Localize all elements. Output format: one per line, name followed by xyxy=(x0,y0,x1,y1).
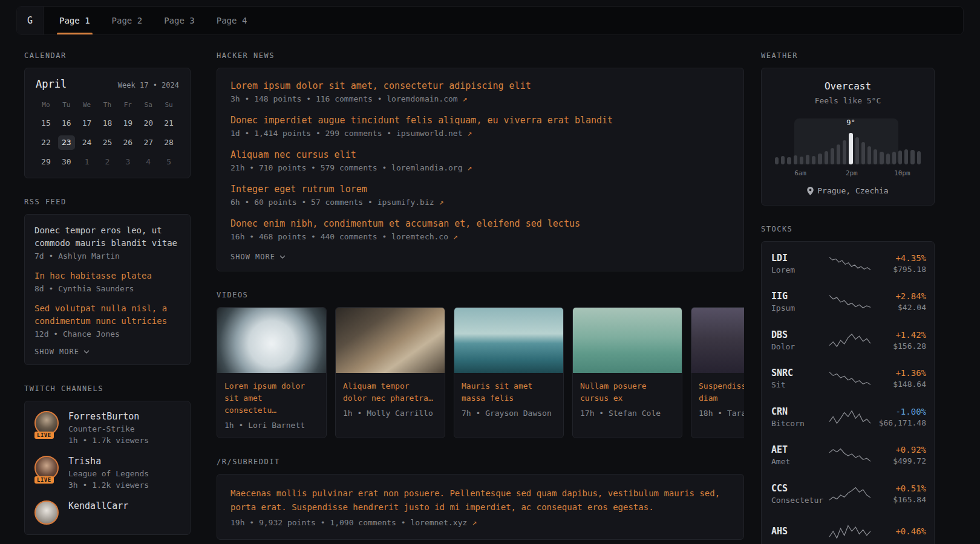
videos-row: Lorem ipsum dolor sit amet consectetu… 1… xyxy=(217,307,744,438)
hour-bar xyxy=(843,140,846,164)
stock-symbol: IIG xyxy=(771,291,829,302)
hour-bar xyxy=(855,137,859,164)
calendar-day: 26 xyxy=(119,135,136,150)
hour-bar xyxy=(886,154,890,164)
stock-change: +1.36% xyxy=(871,368,926,378)
calendar-day-header: Sa xyxy=(145,101,152,109)
stock-change: +2.84% xyxy=(871,291,926,301)
video-title[interactable]: Mauris sit amet massa felis xyxy=(454,373,563,404)
channel-name[interactable]: KendallCarr xyxy=(68,500,128,511)
calendar-month: April xyxy=(36,78,67,90)
hn-story: Integer eget rutrum lorem 6h • 60 points… xyxy=(230,184,730,207)
stock-price: $156.28 xyxy=(871,342,926,351)
hn-story-link[interactable]: Donec enim nibh, condimentum et accumsan… xyxy=(230,218,730,229)
channel-name[interactable]: Trisha xyxy=(68,456,149,467)
location-pin-icon xyxy=(807,187,814,195)
hour-bar xyxy=(892,152,896,164)
external-link-icon[interactable]: ↗ xyxy=(439,198,443,207)
hn-show-more-button[interactable]: SHOW MORE xyxy=(230,253,730,261)
rss-item[interactable]: In hac habitasse platea 8d • Cynthia Sau… xyxy=(34,270,180,293)
stock-symbol: AET xyxy=(771,444,829,455)
calendar-day: 18 xyxy=(99,116,116,131)
page-tab[interactable]: Page 2 xyxy=(112,7,143,34)
videos-widget: VIDEOS Lorem ipsum dolor sit amet consec… xyxy=(217,291,744,438)
page-tab-label: Page 4 xyxy=(217,16,247,25)
calendar-day-headers: MoTuWeThFrSaSu xyxy=(36,101,179,109)
video-card[interactable]: Aliquam tempor dolor nec pharetra… 1h • … xyxy=(335,307,445,438)
external-link-icon[interactable]: ↗ xyxy=(467,163,472,172)
hour-label: 6am xyxy=(794,169,806,177)
rss-show-more-button[interactable]: SHOW MORE xyxy=(34,348,180,356)
stocks-card: LDI Lorem +4.35% $795.18 IIG Ipsum xyxy=(761,241,935,544)
stock-sparkline xyxy=(829,524,871,540)
twitch-channel[interactable]: LIVE KendallCarr xyxy=(34,500,180,525)
video-title[interactable]: Nullam posuere cursus ex xyxy=(573,373,682,404)
video-meta: 7h • Grayson Dawson xyxy=(454,404,563,426)
channel-viewers: 1h • 1.7k viewers xyxy=(68,436,149,445)
hn-story-link[interactable]: Aliquam nec cursus elit xyxy=(230,149,730,160)
video-card[interactable]: Suspendisse porta diam 18h • Tara xyxy=(691,307,744,438)
twitch-channel[interactable]: LIVE ForrestBurton Counter-Strike 1h • 1… xyxy=(34,411,180,445)
live-badge: LIVE xyxy=(34,432,54,439)
weather-hourly-chart: 9° xyxy=(771,118,924,164)
video-title[interactable]: Aliquam tempor dolor nec pharetra… xyxy=(336,373,445,404)
calendar-day: 5 xyxy=(160,155,177,169)
rss-item-title[interactable]: Sed volutpat nulla nisl, a condimentum n… xyxy=(34,302,180,328)
hn-story-link[interactable]: Lorem ipsum dolor sit amet, consectetur … xyxy=(230,80,730,91)
stock-symbol: CCS xyxy=(771,483,829,494)
channel-name[interactable]: ForrestBurton xyxy=(68,411,149,422)
hackernews-widget-title: HACKER NEWS xyxy=(217,51,744,60)
stock-sparkline xyxy=(829,409,871,425)
calendar-day-header: Tu xyxy=(62,101,70,109)
hour-bar xyxy=(794,155,797,164)
stock-row[interactable]: CCS Consectetur +0.51% $165.84 xyxy=(771,474,924,513)
stock-row[interactable]: AHS +0.46% xyxy=(771,513,924,544)
rss-item-title[interactable]: Donec tempor eros leo, ut commodo mauris… xyxy=(34,224,180,250)
video-card[interactable]: Mauris sit amet massa felis 7h • Grayson… xyxy=(454,307,564,438)
stock-row[interactable]: DBS Dolor +1.42% $156.28 xyxy=(771,321,924,360)
current-temp-label: 9° xyxy=(846,118,855,127)
stock-symbol: CRN xyxy=(771,406,829,417)
rss-widget-title: RSS FEED xyxy=(24,198,191,206)
external-link-icon[interactable]: ↗ xyxy=(467,129,472,138)
calendar-day: 17 xyxy=(79,116,96,131)
rss-item[interactable]: Donec tempor eros leo, ut commodo mauris… xyxy=(34,224,180,261)
dashboard: CALENDAR April Week 17 • 2024 MoTuWeThFr… xyxy=(24,51,980,544)
page-tab[interactable]: Page 4 xyxy=(217,7,247,34)
stock-row[interactable]: LDI Lorem +4.35% $795.18 xyxy=(771,244,924,283)
calendar-days: 1516171819202122232425262728293012345 xyxy=(36,116,179,169)
rss-item[interactable]: Sed volutpat nulla nisl, a condimentum n… xyxy=(34,302,180,338)
stock-row[interactable]: SNRC Sit +1.36% $148.64 xyxy=(771,360,924,398)
left-column: CALENDAR April Week 17 • 2024 MoTuWeThFr… xyxy=(24,51,191,544)
app-logo[interactable]: G xyxy=(17,7,44,34)
video-card[interactable]: Nullam posuere cursus ex 17h • Stefan Co… xyxy=(572,307,682,438)
hn-story-link[interactable]: Donec imperdiet augue tincidunt felis al… xyxy=(230,115,730,126)
subreddit-post: Maecenas mollis pulvinar erat non posuer… xyxy=(230,487,730,527)
calendar-day-header: We xyxy=(83,101,91,109)
subreddit-post-title[interactable]: Maecenas mollis pulvinar erat non posuer… xyxy=(230,487,730,514)
stock-row[interactable]: AET Amet +0.92% $499.72 xyxy=(771,436,924,475)
hn-story: Aliquam nec cursus elit 21h • 710 points… xyxy=(230,149,730,172)
calendar-day: 2 xyxy=(99,155,116,169)
page-tab[interactable]: Page 3 xyxy=(164,7,195,34)
stock-row[interactable]: IIG Ipsum +2.84% $42.04 xyxy=(771,283,924,322)
video-title[interactable]: Suspendisse porta diam xyxy=(691,373,744,404)
stock-symbol: AHS xyxy=(771,526,829,537)
video-title[interactable]: Lorem ipsum dolor sit amet consectetu… xyxy=(217,373,326,416)
calendar-widget-title: CALENDAR xyxy=(24,51,191,60)
twitch-channel[interactable]: LIVE Trisha League of Legends 3h • 1.2k … xyxy=(34,456,180,490)
video-card[interactable]: Lorem ipsum dolor sit amet consectetu… 1… xyxy=(217,307,327,438)
external-link-icon[interactable]: ↗ xyxy=(453,232,458,241)
calendar-week-year: Week 17 • 2024 xyxy=(118,81,179,89)
external-link-icon[interactable]: ↗ xyxy=(463,94,468,103)
calendar-day-header: Mo xyxy=(42,101,50,109)
page-tab[interactable]: Page 1 xyxy=(59,7,90,34)
weather-condition: Overcast xyxy=(771,80,924,92)
rss-item-title[interactable]: In hac habitasse platea xyxy=(34,270,180,282)
external-link-icon[interactable]: ↗ xyxy=(472,518,477,527)
right-column: WEATHER Overcast Feels like 5°C xyxy=(761,51,935,544)
hn-story-link[interactable]: Integer eget rutrum lorem xyxy=(230,184,730,195)
stock-row[interactable]: CRN Bitcorn -1.00% $66,171.48 xyxy=(771,398,924,436)
stock-symbol: DBS xyxy=(771,329,829,340)
weather-widget-title: WEATHER xyxy=(761,51,935,60)
